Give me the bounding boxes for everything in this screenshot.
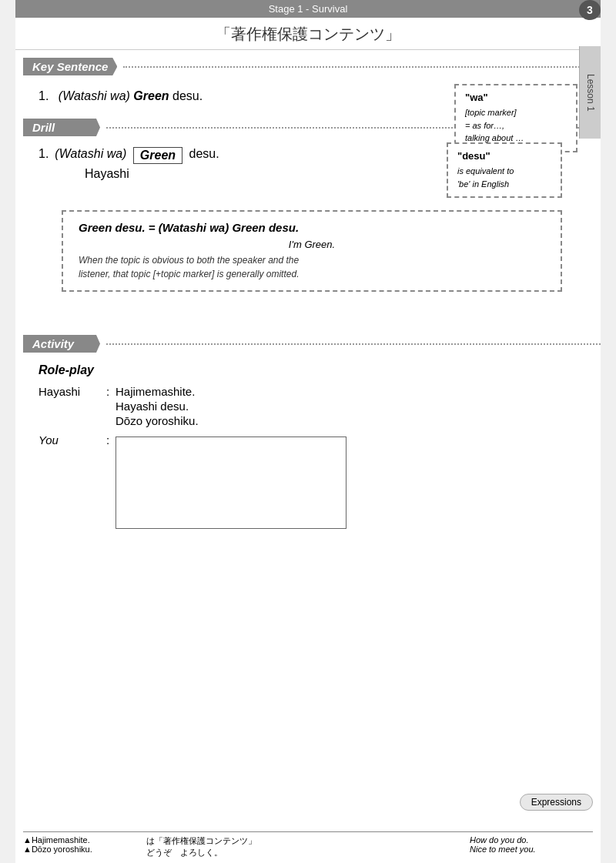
drill-boxed: Green [133,147,182,164]
copyright-banner: 「著作権保護コンテンツ」 [15,18,601,50]
top-bar: Stage 1 - Survival 3 [15,0,601,18]
dialog-line-1: Hajimemashite. [116,385,585,398]
dialog-colon-1: : [100,385,116,398]
activity-content: Role-play Hayashi : Hajimemashite. Hayas… [15,357,601,540]
dialog-lines-hayashi: Hajimemashite. Hayashi desu. Dōzo yorosh… [116,385,585,429]
bottom-center-line1: は「著作権保護コンテンツ」 [146,835,454,847]
info-box-desu-title: "desu" [457,150,551,162]
grammar-box-sub: I'm Green. [79,239,545,250]
info-box-desu: "desu" is equivalent to 'be' in English [447,142,562,198]
bottom-center-col: は「著作権保護コンテンツ」 どうぞ よろしく。 [146,835,454,858]
dialog-row-you: You : [38,433,585,529]
drill-suffix: desu. [189,147,219,161]
dialog-line-2: Hayashi desu. [116,400,585,413]
drill-label: Drill [23,119,100,136]
key-sentence-header: Key Sentence [15,58,601,75]
bottom-center-line2: どうぞ よろしく。 [146,847,454,858]
ks-number: 1. [38,89,49,102]
grammar-title-bold1: Green [79,221,112,234]
key-sentence-label: Key Sentence [23,58,117,75]
page-number: 3 [579,0,601,20]
info-box-wa-line1: [topic marker] = as for…, talking about … [465,106,567,145]
dots-line-ks [123,66,601,68]
grammar-title-bold2: Green [232,221,265,234]
bottom-content: ▲Hajimemashite. ▲Dōzo yoroshiku. は「著作権保護… [15,832,601,863]
response-input-box[interactable] [116,437,346,529]
drill-number: 1. [38,147,49,161]
expressions-button[interactable]: Expressions [520,794,593,811]
dots-line-activity [106,343,601,345]
bottom-right-line2: Nice to meet you. [470,845,593,854]
grammar-box: Green desu. = (Watashi wa) Green desu. I… [62,210,562,292]
info-box-wa-title: "wa" [465,92,567,103]
activity-label: Activity [23,335,100,353]
drill-content: 1. (Watashi wa) Green desu. Hayashi "des… [15,141,601,312]
dialog-speaker-you: You [38,433,100,447]
bottom-left-line2: ▲Dōzo yoroshiku. [23,845,131,854]
ks-prefix: (Watashi wa) [59,89,130,102]
bottom-bar: Expressions ▲Hajimemashite. ▲Dōzo yorosh… [15,831,601,863]
grammar-box-note: When the topic is obvious to both the sp… [79,253,545,281]
roleplay-title: Role-play [38,363,585,377]
activity-header: Activity [15,335,601,353]
dialog-line-3: Dōzo yoroshiku. [116,414,585,427]
ks-suffix: desu. [172,89,203,102]
bottom-right-line1: How do you do. [470,835,593,845]
bottom-right-col: How do you do. Nice to meet you. [470,835,593,858]
stage-title: Stage 1 - Survival [269,3,348,15]
key-sentence-content: 1. (Watashi wa) Green desu. "wa" [topic … [15,80,601,111]
dialog-colon-2: : [100,433,116,447]
dialog-row-hayashi: Hayashi : Hajimemashite. Hayashi desu. D… [38,385,585,429]
bottom-left-col: ▲Hajimemashite. ▲Dōzo yoroshiku. [23,835,131,858]
grammar-box-title: Green desu. = (Watashi wa) Green desu. [79,221,545,234]
bottom-left-line1: ▲Hajimemashite. [23,835,131,845]
dialog-speaker-hayashi: Hayashi [38,385,100,398]
drill-prefix: (Watashi wa) [55,147,126,161]
ks-bold: Green [133,89,169,102]
info-box-desu-text: is equivalent to 'be' in English [457,165,551,190]
grammar-title-1: desu. = (Watashi wa) [112,221,232,234]
grammar-title-2: desu. [266,221,299,234]
dialog-lines-you [116,433,585,529]
